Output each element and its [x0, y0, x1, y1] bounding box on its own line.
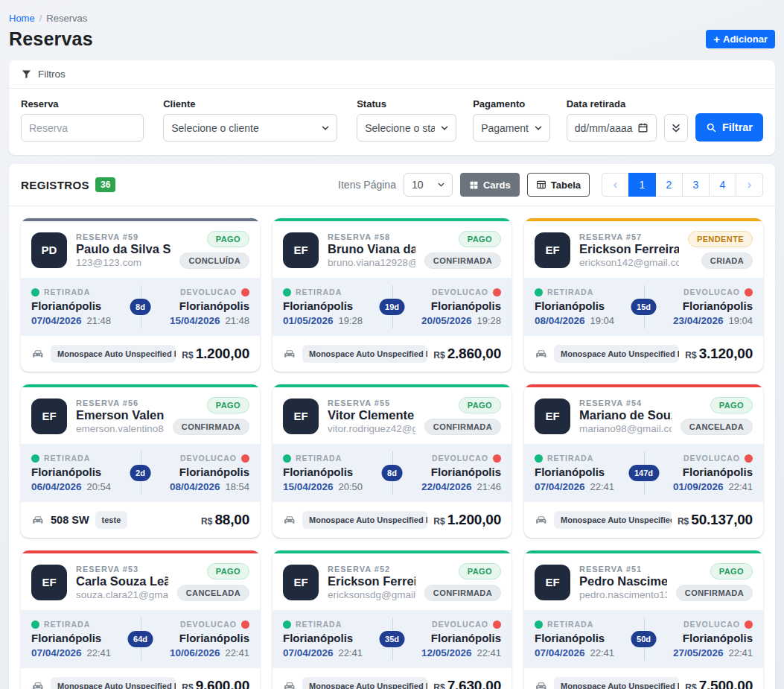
view-table-button[interactable]: Tabela [527, 173, 590, 197]
vehicle-pill: Monospace Auto Unspecified Drive Di [554, 677, 679, 689]
duration-badge: 35d [379, 631, 405, 647]
pagination-page-4[interactable]: 4 [709, 173, 736, 197]
reservation-number: RESERVA #55 [328, 399, 415, 407]
return-city: Florianópolis [392, 466, 502, 478]
pickup-city: Florianópolis [31, 632, 141, 644]
breadcrumb-home-link[interactable]: Home [9, 13, 35, 24]
price-amount: 7.630,00 [447, 678, 501, 689]
duration-badge: 64d [127, 631, 153, 647]
pickup-time: 22:41 [590, 481, 614, 492]
return-date: 20/05/2026 [421, 315, 472, 326]
pickup-label: RETIRADA [296, 620, 342, 629]
return-date: 27/05/2026 [673, 647, 724, 658]
return-time: 18:54 [225, 481, 249, 492]
return-dot [745, 454, 753, 463]
payment-badge: PAGO [207, 563, 249, 580]
pickup-dot [535, 288, 543, 296]
pickup-date: 07/04/2026 [31, 647, 82, 658]
price-amount: 1.200,00 [196, 346, 249, 362]
duration-badge: 8d [130, 299, 151, 315]
reservation-card[interactable]: EF RESERVA #53 Carla Souza Leão souza.cl… [21, 550, 260, 689]
reservation-number: RESERVA #54 [579, 399, 672, 407]
view-cards-button[interactable]: Cards [460, 173, 520, 197]
calendar-icon[interactable] [637, 122, 648, 133]
client-name: Vitor Clemente Ro... [328, 408, 415, 422]
return-date: 10/06/2026 [170, 647, 220, 658]
return-time: 21:48 [225, 315, 249, 326]
pagination-next[interactable]: › [736, 173, 763, 197]
reservation-card[interactable]: EF RESERVA #57 Erickson Ferreira da ... … [524, 218, 763, 372]
pickup-dot [535, 620, 543, 629]
pickup-label: RETIRADA [547, 620, 593, 629]
client-email: vitor.rodriguez42@gmail.... [328, 423, 415, 434]
pagination-prev[interactable]: ‹ [602, 173, 629, 197]
collapse-filters-button[interactable] [664, 114, 688, 142]
pickup-label: RETIRADA [547, 288, 593, 296]
avatar: EF [283, 399, 319, 434]
reservation-card[interactable]: EF RESERVA #56 Emerson Valentino... emer… [21, 384, 260, 538]
cliente-select[interactable]: Selecione o cliente [163, 114, 337, 142]
items-per-page-select[interactable]: 10 [404, 173, 453, 197]
currency-symbol: R$ [182, 682, 193, 689]
pagamento-field-label: Pagamento [473, 98, 550, 109]
currency-symbol: R$ [678, 516, 689, 527]
reservation-card[interactable]: EF RESERVA #58 Bruno Viana da Silva brun… [273, 218, 511, 372]
pagamento-select[interactable]: Pagamento [473, 114, 550, 142]
reservation-card[interactable]: EF RESERVA #55 Vitor Clemente Ro... vito… [273, 384, 511, 538]
payment-badge: PENDENTE [688, 231, 753, 247]
trip-section: RETIRADA Florianópolis 01/05/2026 19:28 … [273, 278, 511, 336]
client-name: Erickson Ferreira da ... [579, 242, 679, 256]
pickup-dot [283, 288, 291, 296]
status-select[interactable]: Selecione o status [357, 114, 456, 142]
pickup-date: 06/04/2026 [31, 481, 82, 492]
return-label: DEVOLUCAO [180, 454, 237, 463]
reserva-field-label: Reserva [21, 98, 144, 109]
data-retirada-input[interactable]: dd/mm/aaaa [567, 114, 657, 142]
trip-section: RETIRADA Florianópolis 15/04/2026 20:50 … [273, 444, 511, 502]
return-time: 22:41 [477, 647, 501, 658]
payment-badge: PAGO [459, 231, 501, 247]
price: R$ 9.600,00 [182, 678, 249, 689]
payment-badge: PAGO [710, 397, 753, 413]
reservation-card[interactable]: EF RESERVA #52 Erickson Ferreira d... er… [273, 550, 511, 689]
client-name: Erickson Ferreira d... [328, 574, 415, 588]
add-button[interactable]: + Adicionar [706, 30, 775, 48]
return-city: Florianópolis [644, 466, 753, 478]
return-label: DEVOLUCAO [432, 288, 488, 296]
avatar: EF [31, 399, 67, 434]
filters-header[interactable]: Filtros [9, 60, 775, 89]
price-amount: 7.500,00 [699, 678, 753, 689]
car-icon [283, 679, 296, 689]
price-amount: 3.120,00 [699, 346, 753, 362]
duration-badge: 147d [628, 465, 659, 481]
pagination-page-1[interactable]: 1 [628, 173, 656, 197]
car-icon [31, 679, 45, 689]
reservation-card[interactable]: PD RESERVA #59 Paulo da Silva Santa... 1… [21, 218, 260, 372]
pickup-label: RETIRADA [296, 454, 342, 463]
reservation-card[interactable]: EF RESERVA #54 Mariano de Souza Fi... ma… [524, 384, 763, 538]
data-retirada-field-label: Data retirada [567, 98, 657, 109]
pickup-date: 01/05/2026 [283, 315, 334, 326]
vehicle-pill: Monospace Auto Unspecified Drive Di [51, 345, 176, 363]
page-title: Reservas [9, 28, 93, 50]
avatar: EF [535, 565, 570, 600]
filter-button[interactable]: Filtrar [695, 113, 763, 142]
reserva-input[interactable] [21, 114, 144, 142]
price-amount: 50.137,00 [691, 512, 753, 528]
reservation-number: RESERVA #56 [76, 399, 164, 407]
reservation-card[interactable]: EF RESERVA #51 Pedro Nascimento ... pedr… [524, 550, 763, 689]
client-name: Mariano de Souza Fi... [579, 408, 672, 422]
pickup-city: Florianópolis [535, 632, 644, 644]
cliente-field-label: Cliente [163, 98, 337, 109]
pagination-page-2[interactable]: 2 [655, 173, 683, 197]
status-badge: CANCELADA [177, 585, 249, 601]
price-amount: 2.860,00 [447, 346, 501, 362]
duration-badge: 15d [631, 299, 657, 315]
trip-section: RETIRADA Florianópolis 06/04/2026 20:54 … [21, 444, 260, 502]
avatar: EF [535, 232, 570, 268]
status-badge: CRIADA [701, 253, 753, 269]
status-field-label: Status [357, 98, 456, 109]
return-dot [745, 620, 753, 629]
pagination-page-3[interactable]: 3 [682, 173, 710, 197]
client-name: Bruno Viana da Silva [328, 242, 415, 256]
